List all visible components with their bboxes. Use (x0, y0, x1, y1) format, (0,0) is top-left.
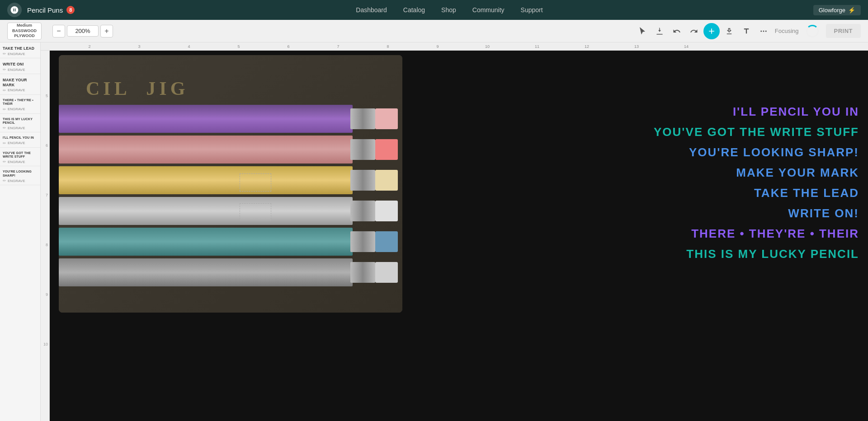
panel-item-sub: ✏ ENGRAVE (3, 159, 38, 164)
panel-item-take-the-lead[interactable]: TAKE THE LEAD ✏ ENGRAVE (0, 42, 40, 58)
text-overlay: I'LL PENCIL YOU IN YOU'VE GOT THE WRITE … (588, 105, 859, 261)
stamp-tool[interactable] (722, 23, 737, 39)
lightning-icon: ⚡ (848, 7, 855, 14)
select-tool[interactable] (635, 23, 650, 39)
nav-links: Dashboard Catalog Shop Community Support (85, 6, 813, 14)
overlay-text-take-lead[interactable]: TAKE THE LEAD (754, 186, 859, 200)
pencil-silver-eraser (375, 201, 398, 221)
nav-catalog[interactable]: Catalog (403, 6, 425, 14)
pencil-purple-metal (350, 108, 375, 129)
overlay-text-pencil-you-in[interactable]: I'LL PENCIL YOU IN (733, 105, 859, 119)
jig-label: CIL JIG (86, 78, 189, 99)
canvas-container: 2 3 4 5 6 7 8 9 10 11 12 13 14 5 6 7 8 9… (41, 42, 868, 421)
canvas[interactable]: CIL JIG (50, 51, 868, 421)
tool-group (635, 23, 771, 39)
image-background: CIL JIG (59, 55, 402, 313)
pencils-area (59, 105, 402, 313)
pencil-teal (59, 228, 353, 256)
panel-item-there-their[interactable]: THERE • THEY'RE • THEIR ✏ ENGRAVE (0, 95, 40, 114)
material-line2: BASSWOOD (12, 28, 37, 34)
panel-item-sub: ✏ ENGRAVE (3, 141, 38, 145)
panel-item-write-stuff[interactable]: YOU'VE GOT THE WRITE STUFF ✏ ENGRAVE (0, 148, 40, 167)
overlay-text-lucky-pencil[interactable]: THIS IS MY LUCKY PENCIL (686, 247, 859, 261)
nav-shop[interactable]: Shop (441, 6, 456, 14)
left-panel: TAKE THE LEAD ✏ ENGRAVE WRITE ON! ✏ ENGR… (0, 42, 41, 421)
engrave-icon: ✏ (3, 126, 6, 130)
panel-item-sub: ✏ ENGRAVE (3, 51, 38, 56)
add-tool[interactable] (703, 23, 720, 39)
overlay-text-looking-sharp[interactable]: YOU'RE LOOKING SHARP! (689, 145, 859, 159)
nav-community[interactable]: Community (472, 6, 505, 14)
notification-badge: 8 (66, 6, 75, 14)
overlay-text-write-stuff[interactable]: YOU'VE GOT THE WRITE STUFF (654, 125, 859, 139)
glowforge-button[interactable]: Glowforge ⚡ (813, 5, 861, 15)
panel-item-title: TAKE THE LEAD (3, 46, 38, 51)
panel-item-title: THERE • THEY'RE • THEIR (3, 98, 38, 106)
panel-item-sub: ✏ ENGRAVE (3, 126, 38, 130)
panel-item-lucky-pencil[interactable]: THIS IS MY LUCKY PENCIL ✏ ENGRAVE (0, 114, 40, 133)
pencil-silver (59, 197, 353, 225)
print-button[interactable]: PRINT (826, 24, 861, 38)
pencil-gray-eraser (375, 262, 398, 283)
main-layout: TAKE THE LEAD ✏ ENGRAVE WRITE ON! ✏ ENGR… (0, 42, 868, 421)
pencil-gray (59, 258, 353, 286)
material-line1: Medium (17, 23, 32, 28)
panel-item-looking-sharp[interactable]: YOU'RE LOOKING SHARP! ✏ ENGRAVE (0, 166, 40, 185)
text-tool[interactable] (739, 23, 754, 39)
selection-box-2 (240, 203, 271, 221)
pencil-pink-metal (350, 139, 375, 160)
svg-point-1 (763, 30, 764, 32)
panel-item-sub: ✏ ENGRAVE (3, 88, 38, 93)
panel-item-title: MAKE YOUR MARK (3, 78, 38, 87)
panel-item-pencil-you-in[interactable]: I'LL PENCIL YOU IN ✏ ENGRAVE (0, 132, 40, 147)
toolbar: Medium BASSWOOD PLYWOOD − 200% + (0, 20, 868, 42)
panel-item-title: YOU'RE LOOKING SHARP! (3, 170, 38, 178)
engrave-icon: ✏ (3, 178, 6, 183)
nav-support[interactable]: Support (521, 6, 543, 14)
pan-tool[interactable] (652, 23, 667, 39)
pencil-pink (59, 136, 353, 164)
svg-point-0 (760, 30, 762, 32)
nav-dashboard[interactable]: Dashboard (356, 6, 387, 14)
panel-item-title: THIS IS MY LUCKY PENCIL (3, 117, 38, 125)
overlay-text-write-on[interactable]: WRITE ON! (788, 206, 859, 220)
panel-item-write-on[interactable]: WRITE ON! ✏ ENGRAVE (0, 58, 40, 74)
panel-item-make-your-mark[interactable]: MAKE YOUR MARK ✏ ENGRAVE (0, 74, 40, 94)
redo-button[interactable] (686, 23, 702, 39)
svg-point-2 (765, 30, 767, 32)
panel-item-sub: ✏ ENGRAVE (3, 67, 38, 72)
pencil-teal-eraser (375, 231, 398, 252)
engrave-icon: ✏ (3, 67, 6, 72)
selection-box-1 (240, 173, 271, 192)
engrave-icon: ✏ (3, 88, 6, 93)
canvas-area[interactable]: 5 6 7 8 9 10 CIL JIG (41, 51, 868, 421)
panel-item-title: WRITE ON! (3, 62, 38, 66)
horizontal-ruler: 2 3 4 5 6 7 8 9 10 11 12 13 14 (41, 42, 868, 51)
pencil-image-area: CIL JIG (59, 55, 402, 313)
pencil-gray-metal (350, 262, 375, 283)
panel-item-sub: ✏ ENGRAVE (3, 107, 38, 112)
engrave-icon: ✏ (3, 141, 6, 145)
glowforge-label: Glowforge (819, 7, 845, 14)
material-selector[interactable]: Medium BASSWOOD PLYWOOD (7, 23, 42, 40)
focusing-spinner (806, 25, 819, 37)
focusing-label: Focusing (775, 28, 799, 34)
undo-button[interactable] (669, 23, 684, 39)
pencil-pink-eraser (375, 139, 398, 160)
more-options[interactable] (756, 23, 771, 39)
zoom-out-button[interactable]: − (52, 25, 65, 37)
zoom-display[interactable]: 200% (67, 25, 99, 37)
panel-item-sub: ✏ ENGRAVE (3, 178, 38, 183)
app-logo[interactable] (7, 3, 22, 17)
panel-item-title: YOU'VE GOT THE WRITE STUFF (3, 151, 38, 159)
pencil-purple (59, 105, 353, 133)
toolbar-right: Focusing PRINT (775, 24, 861, 38)
project-title: Pencil Puns (27, 6, 63, 14)
vertical-ruler: 5 6 7 8 9 10 (41, 51, 50, 421)
overlay-text-make-mark[interactable]: MAKE YOUR MARK (736, 166, 859, 180)
material-line3: PLYWOOD (14, 33, 35, 39)
panel-item-title: I'LL PENCIL YOU IN (3, 136, 38, 140)
overlay-text-there-their[interactable]: THERE • THEY'RE • THEIR (691, 227, 859, 241)
pencil-purple-eraser (375, 108, 398, 129)
zoom-in-button[interactable]: + (100, 25, 113, 37)
